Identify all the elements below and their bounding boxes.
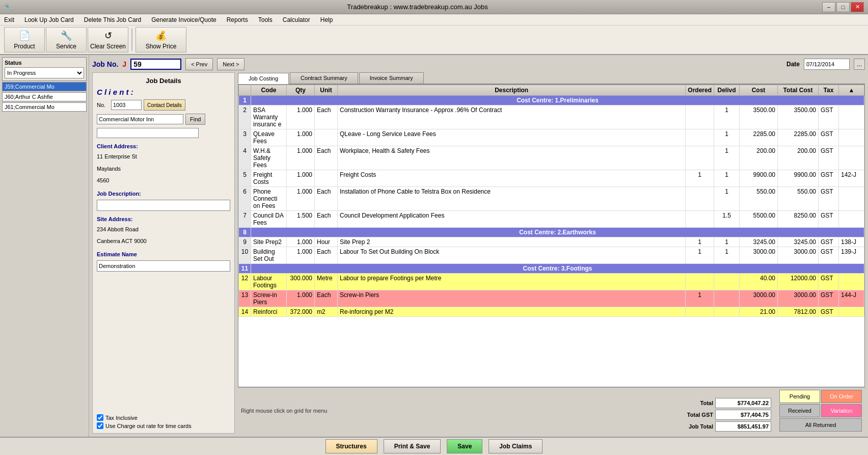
cell-code: Freight Costs — [251, 170, 287, 187]
job-description-input[interactable] — [97, 200, 230, 211]
row-num: 5 — [239, 170, 251, 187]
menu-reports[interactable]: Reports — [225, 15, 250, 24]
clear-screen-button[interactable]: ↺ Clear Screen — [88, 27, 128, 52]
cell-delivd: 1 — [714, 170, 740, 187]
all-returned-button[interactable]: All Returned — [779, 418, 862, 432]
table-row[interactable]: 1 Cost Centre: 1.Preliminaries — [239, 96, 864, 105]
job-list-item-j61[interactable]: J61;Commercial Mo — [2, 102, 87, 112]
cell-extra — [839, 187, 864, 211]
job-costing-table: Code Qty Unit Description Ordered Delivd… — [238, 85, 864, 317]
total-gst-row: Total GST — [672, 410, 771, 420]
cell-ordered: 1 — [686, 247, 714, 264]
print-save-button[interactable]: Print & Save — [384, 439, 441, 453]
date-input[interactable] — [804, 59, 850, 70]
close-button[interactable]: ✕ — [851, 2, 864, 12]
table-row[interactable]: 8 Cost Centre: 2.Earthworks — [239, 228, 864, 237]
table-row[interactable]: 4 W.H.& Safety Fees 1.000 Each Workplace… — [239, 146, 864, 170]
table-row[interactable]: 10 Building Set Out 1.000 Each Labour To… — [239, 247, 864, 264]
cell-total-cost: 9900.00 — [778, 170, 819, 187]
pending-button[interactable]: Pending — [779, 390, 820, 403]
col-qty: Qty — [287, 85, 315, 96]
maximize-button[interactable]: □ — [836, 2, 850, 12]
cell-qty: 1.000 — [287, 247, 315, 264]
table-row[interactable]: 12 Labour Footings 300.000 Metre Labour … — [239, 274, 864, 290]
cell-total-cost: 8250.00 — [778, 211, 819, 228]
on-order-button[interactable]: On Order — [821, 390, 862, 403]
cost-centre-label: Cost Centre: 1.Preliminaries — [251, 96, 864, 105]
cell-extra — [839, 307, 864, 317]
cell-total-cost: 7812.00 — [778, 307, 819, 317]
table-row[interactable]: 6 Phone Connecti on Fees 1.000 Each Inst… — [239, 187, 864, 211]
job-no-input[interactable] — [130, 59, 181, 70]
table-row[interactable]: 13 Screw-in Piers 1.000 Each Screw-in Pi… — [239, 290, 864, 307]
client-name-input[interactable] — [97, 114, 183, 124]
cell-ordered — [686, 187, 714, 211]
menu-help[interactable]: Help — [318, 15, 335, 24]
cell-delivd — [714, 274, 740, 290]
job-total-input — [715, 421, 771, 432]
estimate-name-label: Estimate Name — [97, 251, 230, 257]
menu-generate-invoice[interactable]: Generate Invoice/Quote — [149, 15, 218, 24]
cell-qty: 1.000 — [287, 237, 315, 247]
site-address-label: Site Address: — [97, 216, 230, 222]
structures-button[interactable]: Structures — [326, 439, 377, 453]
received-button[interactable]: Received — [779, 404, 820, 417]
cell-unit: Each — [315, 247, 338, 264]
cell-total-cost: 2285.00 — [778, 129, 819, 146]
table-row[interactable]: 2 BSA Warranty insuranc e 1.000 Each Con… — [239, 105, 864, 129]
client-no-input[interactable] — [111, 100, 142, 110]
cell-tax: GST — [819, 170, 839, 187]
tab-contract-summary[interactable]: Contract Summary — [290, 72, 358, 84]
service-button[interactable]: 🔧 Service — [46, 27, 87, 52]
status-btn-row-2: Received Variation — [779, 404, 862, 417]
menu-delete-job-card[interactable]: Delete This Job Card — [82, 15, 144, 24]
cell-total-cost: 550.00 — [778, 187, 819, 211]
variation-button[interactable]: Variation — [821, 404, 862, 417]
prev-button[interactable]: < Prev — [185, 58, 213, 70]
cell-extra — [839, 211, 864, 228]
table-row[interactable]: 11 Cost Centre: 3.Footings — [239, 264, 864, 274]
cell-code: BSA Warranty insuranc e — [251, 105, 287, 129]
show-price-button[interactable]: 💰 Show Price — [135, 27, 186, 52]
cell-code: Council DA Fees — [251, 211, 287, 228]
menu-calculator[interactable]: Calculator — [281, 15, 312, 24]
save-button[interactable]: Save — [447, 439, 482, 453]
cell-extra: 139-J — [839, 247, 864, 264]
client-extra-input[interactable] — [97, 128, 199, 138]
cell-unit: Hour — [315, 237, 338, 247]
table-row[interactable]: 5 Freight Costs 1.000 Freight Costs 1 1 … — [239, 170, 864, 187]
cell-tax: GST — [819, 146, 839, 170]
client-address-label: Client Address: — [97, 143, 230, 149]
tab-invoice-summary[interactable]: Invoice Summary — [359, 72, 424, 84]
status-select[interactable]: In Progress Completed On Hold — [5, 67, 84, 78]
next-button[interactable]: Next > — [217, 58, 245, 70]
cell-tax: GST — [819, 211, 839, 228]
charge-rate-checkbox[interactable] — [97, 422, 103, 429]
table-row[interactable]: 7 Council DA Fees 1.500 Each Council Dev… — [239, 211, 864, 228]
job-list-item-j60[interactable]: J60;Arthur C Ashfie — [2, 92, 87, 101]
job-claims-button[interactable]: Job Claims — [489, 439, 542, 453]
tab-job-costing[interactable]: Job Costing — [238, 73, 289, 84]
job-list-item-j59[interactable]: J59;Commercial Mo — [2, 82, 87, 91]
row-num: 12 — [239, 274, 251, 290]
minimize-button[interactable]: − — [822, 2, 835, 12]
table-row[interactable]: 9 Site Prep2 1.000 Hour Site Prep 2 1 1 … — [239, 237, 864, 247]
contact-details-button[interactable]: Contact Details — [144, 99, 185, 111]
table-row[interactable]: 3 QLeave Fees 1.000 QLeave - Long Servic… — [239, 129, 864, 146]
menu-exit[interactable]: Exit — [2, 15, 16, 24]
product-button[interactable]: 📄 Product — [4, 27, 45, 52]
cell-description: Labour to prepare Footings per Metre — [338, 274, 686, 290]
client-title: C l i e n t : — [97, 88, 230, 96]
tax-inclusive-checkbox[interactable] — [97, 414, 103, 421]
date-picker-button[interactable]: ... — [854, 59, 865, 70]
menu-lookup-job-card[interactable]: Look Up Job Card — [22, 15, 76, 24]
find-button[interactable]: Find — [185, 114, 205, 125]
table-row[interactable]: 14 Reinforci 372.000 m2 Re-inforcing per… — [239, 307, 864, 317]
app-icon: 🔧 — [4, 3, 13, 11]
grid-footer: Right mouse click on grid for menu Total… — [238, 387, 865, 434]
col-cost: Cost — [740, 85, 778, 96]
cell-qty: 1.000 — [287, 146, 315, 170]
status-group-label: Status — [5, 60, 84, 66]
estimate-name-input[interactable] — [97, 260, 230, 272]
menu-tools[interactable]: Tools — [256, 15, 275, 24]
